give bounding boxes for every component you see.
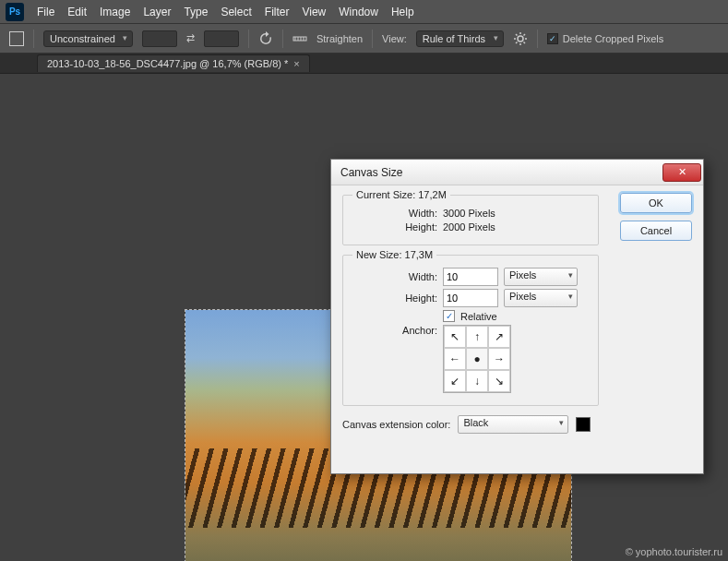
current-size-legend: Current Size: 17,2M	[352, 189, 450, 200]
crop-tool-icon	[9, 31, 24, 46]
current-size-fieldset: Current Size: 17,2M Width: 3000 Pixels H…	[342, 195, 599, 245]
anchor-center[interactable]: ●	[466, 348, 488, 370]
extension-color-swatch[interactable]	[576, 417, 591, 432]
checkbox-icon: ✓	[547, 33, 558, 44]
anchor-w[interactable]: ←	[444, 348, 466, 370]
dialog-close-button[interactable]: ✕	[662, 163, 701, 182]
close-tab-icon[interactable]: ×	[293, 58, 299, 69]
dialog-titlebar[interactable]: Canvas Size ✕	[331, 160, 703, 185]
options-gear-icon[interactable]	[513, 31, 528, 46]
new-height-input[interactable]	[443, 289, 498, 307]
current-width-label: Width:	[352, 208, 437, 219]
view-label: View:	[382, 33, 407, 44]
dialog-title: Canvas Size	[340, 166, 402, 179]
straighten-label[interactable]: Straighten	[316, 33, 363, 44]
menu-layer[interactable]: Layer	[143, 6, 171, 18]
anchor-n[interactable]: ↑	[466, 326, 488, 348]
separator	[33, 30, 34, 48]
separator	[372, 30, 373, 48]
delete-cropped-checkbox[interactable]: ✓ Delete Cropped Pixels	[547, 33, 663, 44]
delete-cropped-label: Delete Cropped Pixels	[563, 33, 663, 44]
svg-line-13	[523, 34, 525, 36]
new-size-fieldset: New Size: 17,3M Width: Pixels Height: Pi…	[342, 255, 599, 406]
app-logo: Ps	[6, 3, 24, 21]
menu-help[interactable]: Help	[391, 6, 414, 18]
anchor-ne[interactable]: ↗	[488, 326, 510, 348]
new-size-legend: New Size: 17,3M	[352, 249, 436, 260]
watermark: © yophoto.tourister.ru	[626, 546, 722, 557]
straighten-icon[interactable]	[292, 31, 307, 46]
anchor-se[interactable]: ↘	[488, 370, 510, 392]
menu-bar: Ps File Edit Image Layer Type Select Fil…	[0, 0, 728, 24]
menu-window[interactable]: Window	[339, 6, 378, 18]
document-tab-title: 2013-10-03_18-56_DSC4477.jpg @ 16,7% (RG…	[47, 58, 288, 69]
menu-select[interactable]: Select	[221, 6, 251, 18]
menu-view[interactable]: View	[302, 6, 326, 18]
options-bar: Unconstrained ⇄ Straighten View: Rule of…	[0, 24, 728, 54]
new-width-label: Width:	[352, 271, 437, 282]
anchor-sw[interactable]: ↙	[444, 370, 466, 392]
height-units-select[interactable]: Pixels	[504, 289, 578, 307]
canvas-extension-label: Canvas extension color:	[342, 419, 450, 430]
current-height-value: 2000 Pixels	[443, 221, 495, 233]
separator	[537, 30, 538, 48]
swap-dimensions-icon[interactable]: ⇄	[186, 32, 195, 44]
width-units-select[interactable]: Pixels	[504, 268, 578, 286]
current-height-label: Height:	[352, 221, 437, 233]
svg-line-10	[516, 34, 518, 36]
relative-label: Relative	[460, 311, 497, 322]
anchor-e[interactable]: →	[488, 348, 510, 370]
anchor-nw[interactable]: ↖	[444, 326, 466, 348]
svg-point-5	[518, 36, 523, 42]
canvas-extension-select[interactable]: Black	[458, 415, 568, 434]
svg-line-11	[523, 42, 525, 43]
rotate-icon[interactable]	[258, 31, 273, 46]
menu-file[interactable]: File	[37, 6, 54, 18]
canvas-size-dialog: Canvas Size ✕ OK Cancel Current Size: 17…	[330, 159, 704, 474]
canvas-extension-row: Canvas extension color: Black	[342, 415, 692, 434]
document-tab[interactable]: 2013-10-03_18-56_DSC4477.jpg @ 16,7% (RG…	[37, 54, 310, 72]
menu-edit[interactable]: Edit	[67, 6, 87, 18]
crop-overlay-select[interactable]: Rule of Thirds	[416, 30, 504, 47]
menu-type[interactable]: Type	[184, 6, 208, 18]
svg-line-12	[516, 42, 518, 43]
new-height-label: Height:	[352, 292, 437, 304]
relative-checkbox[interactable]: ✓	[443, 310, 455, 322]
crop-height-field[interactable]	[204, 30, 239, 47]
new-width-input[interactable]	[443, 268, 498, 286]
crop-ratio-select[interactable]: Unconstrained	[43, 30, 133, 47]
separator	[248, 30, 249, 48]
separator	[282, 30, 283, 48]
anchor-label: Anchor:	[352, 325, 437, 336]
menu-filter[interactable]: Filter	[265, 6, 290, 18]
crop-width-field[interactable]	[142, 30, 177, 47]
anchor-s[interactable]: ↓	[466, 370, 488, 392]
document-tab-bar: 2013-10-03_18-56_DSC4477.jpg @ 16,7% (RG…	[0, 54, 728, 74]
menu-image[interactable]: Image	[100, 6, 130, 18]
anchor-grid[interactable]: ↖ ↑ ↗ ← ● → ↙ ↓ ↘	[443, 325, 511, 393]
current-width-value: 3000 Pixels	[443, 208, 495, 219]
